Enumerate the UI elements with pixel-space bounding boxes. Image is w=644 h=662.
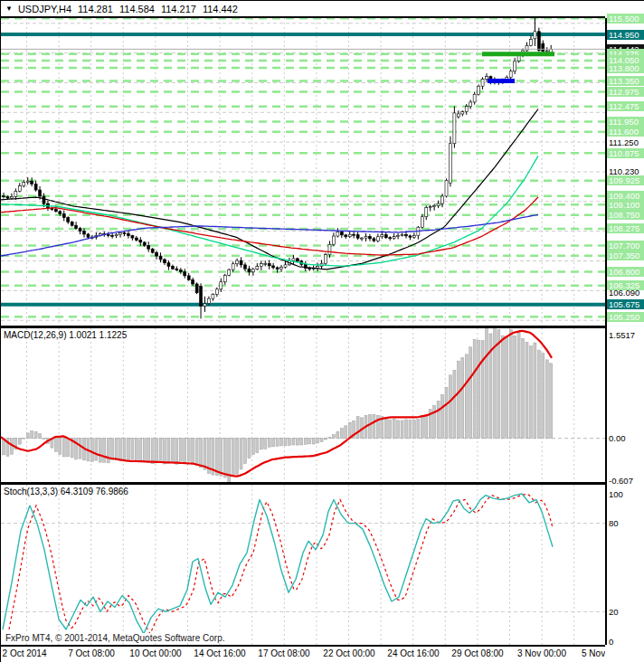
macd-bar — [421, 416, 423, 439]
macd-bar — [127, 439, 129, 461]
stochastic-panel[interactable] — [1, 485, 605, 645]
macd-bar — [441, 394, 444, 438]
candle-body — [223, 275, 226, 281]
candle-body — [308, 269, 311, 270]
symbol-period-label: USDJPY,H4 — [18, 4, 71, 14]
candle-body — [6, 197, 9, 198]
macd-bar — [522, 338, 525, 438]
candle-body — [340, 232, 343, 235]
price-axis-label: 115.500 — [607, 14, 644, 24]
candle-body — [376, 237, 379, 241]
stoch-d-line[interactable] — [9, 494, 553, 634]
macd-bar — [67, 439, 70, 457]
price-axis-label: 110.875 — [607, 148, 644, 158]
main-chart-canvas[interactable] — [1, 18, 605, 326]
macd-bar — [39, 434, 42, 439]
candle-body — [445, 180, 448, 196]
candle-body — [405, 234, 408, 236]
macd-bar — [103, 439, 106, 463]
candle-body — [3, 196, 5, 197]
macd-bar — [514, 336, 516, 438]
date-axis-label: 7 Oct 08:00 — [68, 648, 115, 658]
macd-bar — [167, 439, 170, 463]
date-axis-label: 10 Oct 00:00 — [129, 648, 181, 658]
candle-body — [256, 267, 259, 270]
price-axis-label: 105.250 — [607, 312, 644, 322]
price-axis[interactable]: 115.500114.950114.442114.275114.050113.8… — [605, 1, 644, 662]
candle-body — [244, 265, 247, 269]
stoch-axis-label: 20 — [607, 607, 644, 617]
candle-body — [356, 235, 359, 239]
stoch-axis-label: 80 — [607, 518, 644, 528]
candle-body — [325, 255, 327, 264]
macd-panel[interactable] — [1, 328, 605, 482]
candle-body — [192, 279, 194, 284]
stochastic-canvas[interactable] — [1, 485, 605, 645]
macd-bar — [54, 439, 57, 452]
candle-body — [264, 263, 267, 264]
candle-body — [409, 236, 412, 237]
candle-body — [336, 232, 339, 236]
macd-bar — [256, 439, 259, 453]
macd-bar — [99, 439, 101, 462]
price-axis-label: 111.250 — [607, 137, 644, 147]
candle-body — [537, 32, 540, 51]
candle-body — [433, 205, 436, 206]
macd-bar — [296, 439, 298, 445]
macd-bar — [325, 439, 327, 440]
candle-body — [71, 222, 73, 225]
candle-body — [26, 181, 29, 182]
macd-bar — [31, 430, 33, 438]
candle-body — [39, 190, 42, 196]
macd-bar — [59, 439, 62, 455]
date-axis-label: 2 Oct 2014 — [3, 648, 47, 658]
macd-bar — [111, 439, 114, 460]
macd-bar — [501, 336, 504, 439]
date-axis-label: 17 Oct 08:00 — [258, 648, 309, 658]
macd-bar — [26, 433, 29, 439]
candle-body — [31, 181, 33, 184]
candle-body — [453, 113, 456, 144]
candle-body — [365, 236, 367, 238]
candle-body — [14, 191, 17, 196]
macd-bar — [437, 401, 440, 438]
macd-bar — [79, 439, 81, 459]
macd-bar — [115, 439, 118, 459]
candle-body — [43, 196, 45, 203]
macd-bar — [244, 439, 247, 464]
symbol-dropdown-icon[interactable]: ▼ — [5, 5, 13, 13]
macd-bar — [509, 329, 512, 438]
candle-body — [260, 264, 262, 267]
candle-body — [220, 282, 223, 289]
macd-axis-label: -0.607 — [607, 476, 644, 486]
price-axis-label: 113.350 — [607, 76, 644, 86]
price-axis-label: 108.275 — [607, 223, 644, 233]
macd-bar — [317, 439, 319, 443]
low-value: 114.217 — [161, 4, 196, 14]
price-axis-label: 106.090 — [607, 288, 644, 298]
macd-bar — [18, 439, 21, 444]
macd-bar — [550, 364, 553, 439]
candle-body — [159, 256, 162, 260]
macd-canvas[interactable] — [1, 328, 605, 482]
stoch-k-line[interactable] — [3, 494, 553, 634]
main-chart-panel[interactable] — [1, 18, 605, 326]
macd-bar — [405, 420, 408, 439]
date-axis[interactable]: 2 Oct 20147 Oct 08:0010 Oct 00:0014 Oct … — [1, 647, 644, 662]
ma-slowest-blue[interactable] — [1, 214, 538, 256]
macd-bar — [200, 439, 203, 468]
ma-slow-red[interactable] — [1, 197, 538, 255]
macd-bar — [506, 336, 508, 438]
macd-bar — [175, 439, 178, 465]
candle-body — [517, 56, 520, 61]
candle-body — [348, 234, 351, 237]
macd-bar — [236, 439, 239, 475]
macd-bar — [90, 439, 93, 462]
macd-bar — [340, 429, 343, 439]
candle-body — [425, 208, 428, 217]
candle-body — [465, 107, 468, 112]
candle-body — [151, 249, 154, 252]
macd-bar — [328, 437, 331, 438]
price-axis-label: 111.950 — [607, 117, 644, 127]
candle-body — [18, 186, 21, 192]
